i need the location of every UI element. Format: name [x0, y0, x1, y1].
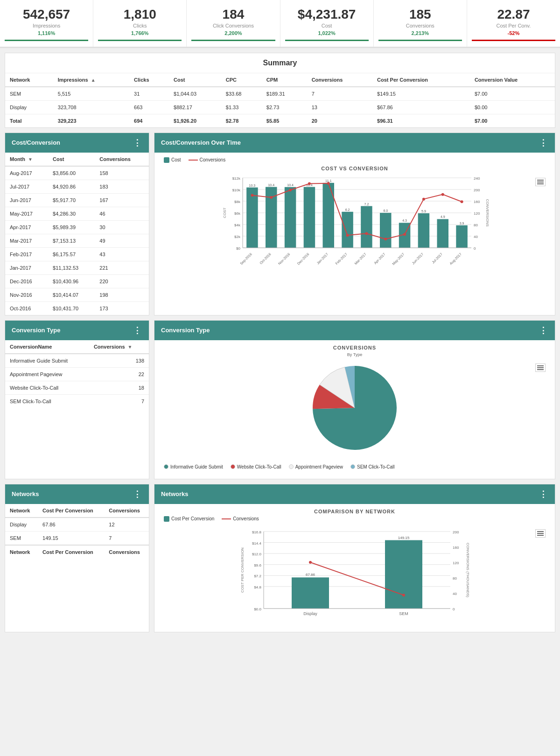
cc-cell: Jun-2017: [5, 193, 48, 207]
svg-text:Jan-2017: Jan-2017: [316, 252, 329, 265]
cc-cell: 220: [95, 274, 149, 288]
cost-conversion-menu[interactable]: ⋮: [133, 138, 142, 148]
conversion-type-menu[interactable]: ⋮: [133, 325, 142, 336]
summary-cell: $149.15: [372, 87, 470, 101]
summary-cell: $2.78: [221, 114, 262, 127]
cost-conversion-table: Month ▼CostConversions Aug-2017$3,856.00…: [5, 153, 149, 315]
net-row: Display67.8612: [5, 518, 149, 532]
net-cell: 67.86: [38, 518, 104, 532]
cc-cell: 198: [95, 288, 149, 301]
cc-col-0[interactable]: Month ▼: [5, 153, 48, 166]
networks-table: NetworkCost Per ConversionConversions Di…: [5, 504, 149, 559]
pie-chart-svg: [159, 359, 550, 462]
ct-col-1[interactable]: Conversions ▼: [89, 340, 149, 354]
cc-cell: 221: [95, 261, 149, 274]
svg-text:$14.4: $14.4: [252, 541, 262, 545]
networks-chart-menu[interactable]: ⋮: [539, 489, 548, 499]
svg-text:Apr-2017: Apr-2017: [373, 252, 386, 265]
svg-text:$12.0: $12.0: [252, 552, 262, 556]
metric-value: 1,810: [98, 7, 182, 22]
svg-text:CONVERSIONS: CONVERSIONS: [485, 199, 490, 226]
svg-text:CONVERSIONS (THOUSANDS): CONVERSIONS (THOUSANDS): [466, 543, 470, 597]
svg-text:5.9: 5.9: [421, 210, 426, 213]
summary-col-2: Clicks: [129, 73, 169, 87]
chart-menu-icon[interactable]: [535, 178, 546, 186]
metric-label: Cost: [285, 23, 369, 28]
cost-over-time-menu[interactable]: ⋮: [539, 138, 548, 148]
networks-row: Networks ⋮ NetworkCost Per ConversionCon…: [5, 484, 555, 632]
pie-chart-container: CONVERSIONS By Type Informative Guide Su…: [154, 340, 555, 479]
svg-point-51: [365, 232, 368, 235]
svg-text:10.3: 10.3: [249, 183, 256, 187]
svg-rect-96: [385, 540, 422, 608]
svg-point-52: [384, 238, 387, 240]
cost-conversion-header: Cost/Conversion ⋮: [5, 133, 149, 153]
summary-col-1[interactable]: Impressions ▲: [53, 73, 129, 87]
cc-row: Nov-2016$10,414.07198: [5, 288, 149, 301]
summary-cell: $7.00: [470, 87, 555, 101]
cc-cell: $3,856.00: [48, 166, 95, 180]
svg-text:$7.2: $7.2: [254, 574, 261, 578]
svg-rect-35: [380, 213, 392, 248]
svg-text:May-2017: May-2017: [392, 252, 406, 266]
svg-text:Mar-2017: Mar-2017: [354, 252, 367, 266]
pie-legend-item: Appointment Pageview: [289, 464, 343, 469]
metric-value: 542,657: [5, 7, 88, 22]
summary-cell: 663: [129, 100, 169, 114]
summary-table: NetworkImpressions ▲ClicksCostCPCCPMConv…: [5, 73, 555, 127]
metric-value: 22.87: [472, 7, 555, 22]
svg-text:80: 80: [453, 576, 457, 581]
net-footer-cell: Cost Per Conversion: [38, 545, 104, 559]
summary-section: Summary NetworkImpressions ▲ClicksCostCP…: [5, 53, 555, 128]
pie-legend-item: Informative Guide Submit: [164, 464, 223, 469]
svg-text:4.9: 4.9: [441, 215, 445, 218]
networks-menu[interactable]: ⋮: [133, 489, 142, 499]
pie-chart-menu-icon[interactable]: [535, 364, 546, 372]
cc-cell: $10,414.07: [48, 288, 95, 301]
metric-value: 184: [191, 7, 275, 22]
svg-text:Jul-2017: Jul-2017: [431, 252, 443, 265]
svg-point-56: [461, 200, 463, 203]
svg-rect-33: [361, 206, 372, 247]
summary-cell: $33.68: [221, 87, 262, 101]
cc-cell: Dec-2016: [5, 274, 48, 288]
summary-cell: $67.86: [372, 100, 470, 114]
metric-box-impressions: 542,657 Impressions 1,116%: [0, 0, 93, 47]
summary-cell: $2.73: [262, 100, 307, 114]
summary-cell: 20: [307, 114, 372, 127]
metric-label: Impressions: [5, 23, 88, 28]
metric-bar: [472, 40, 555, 41]
cc-cell: Apr-2017: [5, 220, 48, 234]
cc-cell: 167: [95, 193, 149, 207]
summary-cell: $96.31: [372, 114, 470, 127]
svg-text:40: 40: [453, 592, 457, 596]
svg-rect-29: [323, 183, 335, 248]
networks-chart-legend: Cost Per Conversion Conversions: [159, 516, 550, 522]
summary-cell: Total: [5, 114, 53, 127]
svg-rect-43: [456, 225, 468, 248]
cc-row: Jul-2017$4,920.86183: [5, 180, 149, 193]
cc-cell: Nov-2016: [5, 288, 48, 301]
ct-cell: SEM Click-To-Call: [5, 394, 89, 408]
ct-cell: 138: [89, 354, 149, 368]
ct-cell: Informative Guide Submit: [5, 354, 89, 368]
net-cell: 7: [104, 531, 149, 545]
metric-box-cost: $4,231.87 Cost 1,022%: [280, 0, 374, 47]
svg-point-53: [403, 233, 406, 236]
cc-col-2: Conversions: [95, 153, 149, 166]
svg-text:SEM: SEM: [399, 611, 408, 616]
svg-text:COST: COST: [223, 208, 227, 218]
cc-row: Oct-2016$10,431.70173: [5, 301, 149, 315]
networks-chart-container: COMPARISON BY NETWORK Cost Per Conversio…: [154, 504, 555, 632]
net-cell: 149.15: [38, 531, 104, 545]
cc-cell: 158: [95, 166, 149, 180]
svg-text:$12k: $12k: [232, 176, 241, 181]
cc-cell: $10,430.96: [48, 274, 95, 288]
svg-text:200: 200: [453, 530, 459, 534]
conversion-type-chart-menu[interactable]: ⋮: [539, 325, 548, 336]
svg-text:7.2: 7.2: [364, 202, 369, 205]
metric-box-click-conversions: 184 Click Conversions 2,200%: [187, 0, 280, 47]
networks-chart-icon[interactable]: [535, 529, 546, 538]
summary-cell: SEM: [5, 87, 53, 101]
cc-cell: 173: [95, 301, 149, 315]
